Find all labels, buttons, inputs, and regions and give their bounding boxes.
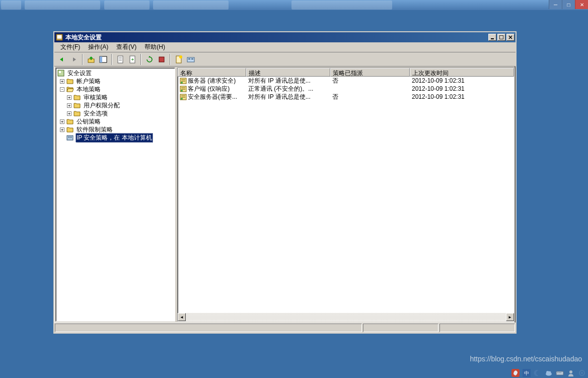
tree-ip-security[interactable]: IP 安全策略，在 本地计算机 <box>57 134 174 142</box>
col-assigned[interactable]: 策略已指派 <box>330 68 410 77</box>
folder-icon <box>66 77 74 85</box>
tree-local-policy[interactable]: - 本地策略 <box>57 85 174 93</box>
folder-icon <box>73 109 81 117</box>
svg-rect-18 <box>188 58 190 59</box>
show-hide-tree-button[interactable] <box>98 54 109 65</box>
cell-modified: 2012-10-09 1:02:31 <box>410 85 514 92</box>
tree-security-options[interactable]: + 安全选项 <box>57 109 174 117</box>
tray-keyboard-icon[interactable] <box>556 369 564 377</box>
folder-icon <box>73 93 81 101</box>
scroll-left-button[interactable]: ◄ <box>178 313 186 321</box>
app-icon <box>55 33 63 41</box>
svg-rect-9 <box>118 56 123 63</box>
tray-gear-icon[interactable] <box>578 369 586 377</box>
col-description[interactable]: 描述 <box>246 68 330 77</box>
forward-button[interactable] <box>68 54 80 65</box>
new-policy-button[interactable] <box>173 54 184 65</box>
toolbar-separator <box>82 54 83 65</box>
expander-icon[interactable]: + <box>67 103 71 108</box>
svg-rect-14 <box>159 57 164 62</box>
export-button[interactable] <box>127 54 138 65</box>
tree-audit-policy[interactable]: + 审核策略 <box>57 93 174 101</box>
tray-moon-icon[interactable] <box>534 369 542 377</box>
list-body[interactable]: 服务器 (请求安全) 对所有 IP 通讯总是使... 否 2012-10-09 … <box>178 77 514 313</box>
list-item[interactable]: 服务器 (请求安全) 对所有 IP 通讯总是使... 否 2012-10-09 … <box>178 77 514 85</box>
cell-desc: 对所有 IP 通讯总是使... <box>246 93 330 101</box>
svg-point-41 <box>569 370 572 373</box>
policy-icon <box>180 77 187 84</box>
tree-user-rights[interactable]: + 用户权限分配 <box>57 101 174 109</box>
list-header: 名称 描述 策略已指派 上次更改时间 <box>178 68 514 77</box>
expander-icon[interactable]: - <box>60 87 64 92</box>
manage-filter-button[interactable] <box>185 54 196 65</box>
refresh-button[interactable] <box>144 54 155 65</box>
menu-view[interactable]: 查看(V) <box>112 42 140 52</box>
statusbar <box>54 323 516 333</box>
up-button[interactable] <box>86 54 97 65</box>
close-button[interactable] <box>506 34 514 41</box>
cell-assigned: 否 <box>330 93 410 101</box>
svg-point-36 <box>549 371 551 374</box>
status-panel <box>55 324 362 332</box>
list-item[interactable]: 客户端 (仅响应) 正常通讯 (不安全的)。... 2012-10-09 1:0… <box>178 85 514 93</box>
cell-name: 安全服务器(需要... <box>188 93 237 101</box>
tree-public-key[interactable]: + 公钥策略 <box>57 117 174 125</box>
toolbar-separator <box>111 54 112 65</box>
svg-point-43 <box>581 372 583 374</box>
expander-icon[interactable]: + <box>67 111 71 116</box>
scroll-track[interactable] <box>186 313 506 321</box>
cell-desc: 正常通讯 (不安全的)。... <box>246 85 330 93</box>
cell-modified: 2012-10-09 1:02:31 <box>410 93 514 100</box>
menu-action[interactable]: 操作(A) <box>84 42 112 52</box>
folder-icon <box>66 117 74 125</box>
ipsec-icon <box>66 134 74 142</box>
stop-button[interactable] <box>156 54 167 65</box>
toolbar-separator <box>170 54 171 65</box>
tree-pane[interactable]: 安全设置 + 帐户策略 - 本地策略 + 审核策略 <box>55 68 175 322</box>
tree-label: 本地策略 <box>76 85 102 94</box>
minimize-button[interactable] <box>488 34 496 41</box>
toolbar <box>54 52 516 67</box>
horizontal-scrollbar[interactable]: ◄ ► <box>178 313 514 321</box>
svg-point-26 <box>181 82 183 84</box>
folder-open-icon <box>66 85 74 93</box>
scroll-right-button[interactable]: ► <box>506 313 514 321</box>
expander-icon[interactable]: + <box>60 79 64 84</box>
os-close-button[interactable]: ✕ <box>575 0 588 9</box>
menu-file[interactable]: 文件(F) <box>56 42 84 52</box>
tree-label: 帐户策略 <box>76 77 102 86</box>
col-name[interactable]: 名称 <box>178 68 246 77</box>
svg-rect-19 <box>191 58 193 59</box>
cell-desc: 对所有 IP 通讯总是使... <box>246 77 330 85</box>
svg-rect-38 <box>557 372 558 373</box>
tray-user-icon[interactable] <box>567 369 575 377</box>
cell-modified: 2012-10-09 1:02:31 <box>410 77 514 84</box>
mmc-window: 本地安全设置 文件(F) 操作(A) 查看(V) 帮助(H) 安全设 <box>53 31 517 334</box>
security-settings-icon <box>57 69 65 77</box>
tree-label: 用户权限分配 <box>83 101 121 110</box>
cell-name: 客户端 (仅响应) <box>188 85 230 93</box>
list-item[interactable]: 安全服务器(需要... 对所有 IP 通讯总是使... 否 2012-10-09… <box>178 93 514 101</box>
system-tray: 中 <box>511 369 586 377</box>
os-maximize-button[interactable]: □ <box>562 0 575 9</box>
maximize-button[interactable] <box>497 34 505 41</box>
tray-cloud-icon[interactable] <box>545 369 553 377</box>
tree-account-policy[interactable]: + 帐户策略 <box>57 77 174 85</box>
svg-point-16 <box>179 55 182 58</box>
svg-rect-23 <box>68 137 69 138</box>
menu-help[interactable]: 帮助(H) <box>140 42 169 52</box>
col-modified[interactable]: 上次更改时间 <box>410 68 514 77</box>
back-button[interactable] <box>56 54 67 65</box>
folder-icon <box>73 101 81 109</box>
tree-label: 审核策略 <box>83 93 109 102</box>
tree-root[interactable]: 安全设置 <box>57 69 174 77</box>
expander-icon[interactable]: + <box>60 128 64 132</box>
svg-rect-3 <box>499 35 503 39</box>
os-top-taskbar <box>0 0 588 10</box>
expander-icon[interactable]: + <box>60 119 64 124</box>
os-minimize-button[interactable]: ─ <box>549 0 562 9</box>
expander-icon[interactable]: + <box>67 95 71 100</box>
tray-ime-icon[interactable] <box>511 369 520 377</box>
tray-lang-icon[interactable]: 中 <box>523 369 531 377</box>
properties-button[interactable] <box>115 54 126 65</box>
